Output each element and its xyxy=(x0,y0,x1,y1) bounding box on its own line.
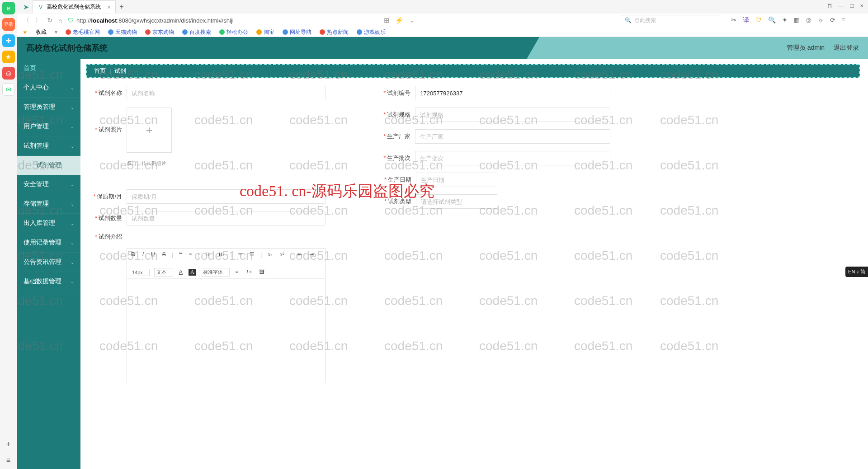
refresh2-icon[interactable]: ⟳ xyxy=(830,16,835,24)
label-date: 生产日期 xyxy=(388,176,411,183)
fav-star-icon[interactable]: ★ xyxy=(23,29,28,35)
os-menu-icon[interactable]: ≡ xyxy=(6,455,10,469)
sup-icon[interactable]: x² xyxy=(278,250,286,259)
dropdown-icon[interactable]: ⌄ xyxy=(409,16,415,24)
sidebar-item-basedata[interactable]: 基础数据管理⌄ xyxy=(17,272,80,291)
input-batch[interactable] xyxy=(415,151,610,165)
os-icon-browser[interactable]: e xyxy=(2,2,15,14)
input-qty[interactable] xyxy=(127,211,326,225)
breadcrumb-home[interactable]: 首页 xyxy=(94,67,106,75)
qr-icon[interactable]: ⊞ xyxy=(384,16,390,24)
fav-item[interactable]: 京东购物 xyxy=(145,28,174,36)
os-icon-app1[interactable]: ✚ xyxy=(2,34,15,47)
input-spec[interactable] xyxy=(415,108,610,122)
quote-icon[interactable]: ❝ xyxy=(178,250,183,259)
input-mfr[interactable] xyxy=(415,129,610,144)
os-icon-star[interactable]: ★ xyxy=(2,51,15,63)
sidebar-item-usage[interactable]: 使用记录管理⌄ xyxy=(17,233,80,253)
globe-icon[interactable]: ◎ xyxy=(806,16,811,24)
window-pin-icon[interactable]: ⊓ xyxy=(827,2,832,9)
window-minimize-icon[interactable]: — xyxy=(838,2,844,9)
fav-item[interactable]: 网址导航 xyxy=(283,28,311,36)
sidebar-home[interactable]: 首页 xyxy=(17,59,80,78)
menu-icon[interactable]: ≡ xyxy=(842,16,845,24)
chevron-down-icon: ⌄ xyxy=(71,260,74,265)
ime-badge[interactable]: EN ♪ 简 xyxy=(845,267,868,277)
h1-icon[interactable]: H₁ xyxy=(204,250,213,259)
underline-icon[interactable]: U xyxy=(150,250,156,259)
search-icon: 🔍 xyxy=(625,17,632,23)
fav-item[interactable]: 老毛桃官网 xyxy=(66,28,100,36)
puzzle-icon[interactable]: ✦ xyxy=(782,16,788,24)
sub-icon[interactable]: x₂ xyxy=(266,250,274,259)
scissors-icon[interactable]: ✂ xyxy=(731,16,736,24)
forward-button[interactable]: 〉 xyxy=(35,16,42,25)
os-icon-badge[interactable]: 登录 xyxy=(2,18,15,31)
fav-item[interactable]: 轻松办公 xyxy=(219,28,248,36)
font-size-select[interactable]: 14px xyxy=(130,269,150,276)
upload-box[interactable]: + xyxy=(127,108,172,153)
tab-close-icon[interactable]: × xyxy=(107,4,111,11)
sidebar-item-storage[interactable]: 存储管理⌄ xyxy=(17,194,80,214)
bolt-icon[interactable]: ⚡ xyxy=(395,16,404,24)
ol-icon[interactable]: ≣ xyxy=(236,250,244,259)
fav-item[interactable]: 天猫购物 xyxy=(108,28,137,36)
bold-icon[interactable]: B xyxy=(130,250,137,259)
sidebar-item-safety[interactable]: 安全管理⌄ xyxy=(17,175,80,194)
breadcrumb-current: 试剂 xyxy=(114,67,126,75)
italic-icon[interactable]: I xyxy=(141,250,145,259)
sidebar-item-admin[interactable]: 管理员管理⌄ xyxy=(17,98,80,117)
translate-icon[interactable]: 译 xyxy=(743,16,749,24)
ul-icon[interactable]: ☰ xyxy=(248,250,256,259)
h2-icon[interactable]: H₂ xyxy=(217,250,226,259)
sidebar-item-user[interactable]: 用户管理⌄ xyxy=(17,117,80,136)
sidebar-item-personal[interactable]: 个人中心⌄ xyxy=(17,78,80,98)
window-maximize-icon[interactable]: □ xyxy=(850,2,854,9)
new-tab-button[interactable]: + xyxy=(116,3,127,11)
label-photo: 试剂照片 xyxy=(99,126,122,133)
block-select[interactable]: 文本 xyxy=(154,268,173,277)
zoom-icon[interactable]: 🔍 xyxy=(768,16,776,24)
outdent-icon[interactable]: ⇥ xyxy=(308,250,315,259)
back-button[interactable]: 〈 xyxy=(23,16,29,25)
sidebar-sub-reagent-mgmt[interactable]: 试剂管理 xyxy=(17,156,80,175)
grid-icon[interactable]: ▦ xyxy=(794,16,800,24)
font-color-icon[interactable]: A xyxy=(178,268,184,277)
font-family-select[interactable]: 标准字体 xyxy=(201,268,230,277)
reload-button[interactable]: ↻ xyxy=(47,16,53,24)
indent-icon[interactable]: ⇤ xyxy=(296,250,303,259)
strike-icon[interactable]: S xyxy=(161,250,167,259)
input-date[interactable] xyxy=(416,173,497,187)
fav-item[interactable]: 热点新闻 xyxy=(320,28,349,36)
sun-icon[interactable]: ☼ xyxy=(818,16,824,24)
browser-search[interactable]: 🔍 点此搜索 xyxy=(621,15,720,26)
input-code[interactable] xyxy=(415,86,610,100)
os-add-icon[interactable]: + xyxy=(4,438,13,451)
home-button[interactable]: ⌂ xyxy=(58,17,62,24)
align-icon[interactable]: ≡ xyxy=(234,268,240,277)
input-shelf[interactable] xyxy=(127,189,326,204)
fav-item[interactable]: 百度搜索 xyxy=(182,28,211,36)
user-label[interactable]: 管理员 admin xyxy=(787,44,825,52)
os-icon-weibo[interactable]: ◎ xyxy=(2,67,15,80)
shield2-icon[interactable]: 🛡 xyxy=(755,16,762,24)
paper-plane-icon[interactable]: ➤ xyxy=(23,4,29,10)
clear-icon[interactable]: T× xyxy=(244,268,253,277)
code-icon[interactable]: ≡ xyxy=(188,250,193,259)
select-type[interactable] xyxy=(416,194,497,209)
input-name[interactable] xyxy=(127,86,326,100)
sidebar-item-reagent[interactable]: 试剂管理⌄ xyxy=(17,136,80,156)
logout-link[interactable]: 退出登录 xyxy=(834,44,859,52)
url-box[interactable]: 🛡 http://localhost:8080/gxwhsjccxt/admin… xyxy=(68,17,234,24)
editor-body[interactable] xyxy=(127,279,325,383)
browser-tab[interactable]: V 高校危化试剂仓储系统 × xyxy=(33,0,116,13)
fav-item[interactable]: 淘宝 xyxy=(256,28,274,36)
bg-color-icon[interactable]: A xyxy=(189,269,196,276)
image-icon[interactable]: 🖼 xyxy=(258,268,266,277)
sidebar-item-notice[interactable]: 公告资讯管理⌄ xyxy=(17,253,80,272)
os-icon-mail[interactable]: ✉ xyxy=(2,83,15,96)
address-bar: 〈 〉 ↻ ⌂ 🛡 http://localhost:8080/gxwhsjcc… xyxy=(0,14,868,27)
window-close-icon[interactable]: × xyxy=(860,2,863,9)
fav-item[interactable]: 游戏娱乐 xyxy=(357,28,386,36)
sidebar-item-inout[interactable]: 出入库管理⌄ xyxy=(17,214,80,233)
